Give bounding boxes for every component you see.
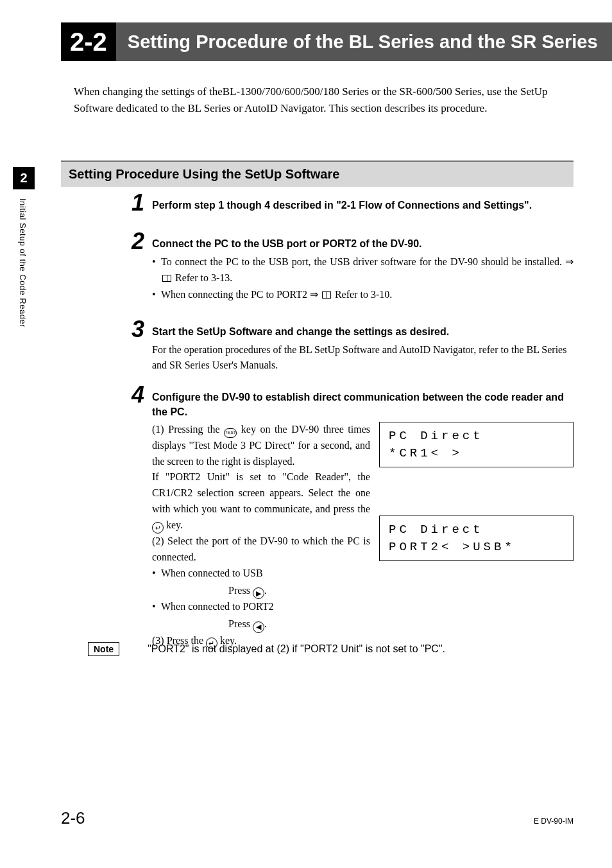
text: . [264,585,267,596]
bullet-item: To connect the PC to the USB port, the U… [152,254,574,286]
left-key-icon: ◀ [253,621,264,633]
lcd-display-2: PC Direct PORT2< >USB* [379,516,574,561]
step-body: PC Direct *CR1< > PC Direct PORT2< >USB*… [152,422,574,649]
right-key-icon: ▶ [253,587,264,599]
book-icon [322,291,331,299]
step-body: To connect the PC to the USB port, the U… [152,254,574,303]
lcd-line: PORT2< >USB* [389,539,564,556]
text: (1) Pressing the [152,424,224,435]
text: Refer to 3-10. [332,289,392,300]
intro-text: When changing the settings of theBL-1300… [74,83,574,116]
press-line: Press ◀. [161,616,334,633]
para: If "PORT2 Unit" is set to "Code Reader",… [152,469,370,534]
document-code: E DV-90-IM [534,817,574,826]
lcd-line: PC Direct [389,428,564,445]
enter-key-icon: ↵ [152,522,164,534]
text: When connecting the PC to PORT2 ⇒ [161,289,321,300]
step-4: 4 Configure the DV-90 to establish direc… [132,388,574,649]
chapter-title: Initial Setup of the Code Reader [13,189,33,336]
step-title: Configure the DV-90 to establish direct … [152,388,574,419]
steps-container: 1 Perform step 1 though 4 described in "… [132,196,574,663]
section-number: 2-2 [61,22,116,61]
chapter-number: 2 [13,167,35,189]
lcd-line: *CR1< > [389,445,564,462]
text: Refer to 3-13. [173,272,232,283]
page-number: 2-6 [61,808,85,828]
bullet-item: When connected to USB [152,566,370,582]
step-number: 3 [132,316,144,343]
press-line: Press ▶. [161,583,334,600]
step-title: Start the SetUp Software and change the … [152,322,574,339]
step-3: 3 Start the SetUp Software and change th… [132,322,574,374]
step-title: Connect the PC to the USB port or PORT2 … [152,234,574,251]
text: . [264,618,267,629]
step-2: 2 Connect the PC to the USB port or PORT… [132,234,574,303]
note-label: Note [88,642,119,656]
book-icon [162,275,171,282]
section-header: 2-2 Setting Procedure of the BL Series a… [61,22,612,61]
text: Press [228,585,253,596]
note-text: "PORT2" is not displayed at (2) if "PORT… [148,643,445,655]
text: key. [164,519,183,530]
subheading: Setting Procedure Using the SetUp Softwa… [61,161,574,187]
step-body: For the operation procedures of the BL S… [152,342,574,374]
lcd-line: PC Direct [389,521,564,539]
section-title: Setting Procedure of the BL Series and t… [128,31,598,53]
text: Press [228,618,253,629]
bullet-item: When connected to PORT2 [152,599,370,615]
para: (2) Select the port of the DV-90 to whic… [152,534,370,566]
step-number: 1 [132,189,144,216]
step-number: 2 [132,228,144,255]
lcd-display-1: PC Direct *CR1< > [379,422,574,467]
text: If "PORT2 Unit" is set to "Code Reader",… [152,471,370,514]
test-key-icon: TEST [224,428,237,438]
bullet-item: When connecting the PC to PORT2 ⇒ Refer … [152,287,574,303]
step-title: Perform step 1 though 4 described in "2-… [152,196,574,213]
step-1: 1 Perform step 1 though 4 described in "… [132,196,574,213]
note-row: Note "PORT2" is not displayed at (2) if … [88,642,574,656]
text: To connect the PC to the USB port, the U… [161,256,574,267]
side-tab: 2 Initial Setup of the Code Reader [13,167,35,336]
step-number: 4 [132,381,144,408]
para: (1) Pressing the TEST key on the DV-90 t… [152,422,370,470]
